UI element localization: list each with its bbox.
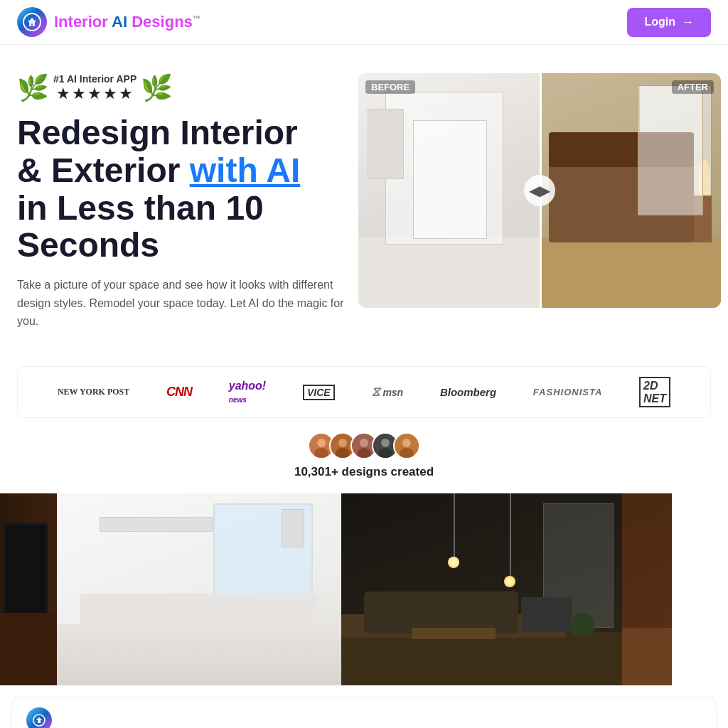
hero-heading: Redesign Interior & Exterior with AI in … (17, 114, 344, 264)
before-after-container: BEFORE ◀▶ AFT (358, 73, 721, 308)
media-vice: VICE (303, 385, 335, 400)
laurel-right: 🌿 (141, 73, 173, 103)
media-logos: NEW YORK POST CNN yahoo!news VICE ⧖ msn … (17, 366, 711, 418)
before-room-img (358, 73, 540, 308)
after-panel: AFTER (540, 73, 721, 308)
logo-icon (17, 7, 47, 37)
laurel-left: 🌿 (17, 73, 49, 103)
login-arrow: → (681, 15, 694, 30)
avatar-5 (393, 432, 420, 459)
media-fashionista: FASHIONISTA (533, 387, 602, 397)
hero-left: 🌿 #1 AI Interior APP ★★★★★ 🌿 Redesign In… (17, 73, 344, 345)
media-nyt: NEW YORK POST (58, 387, 129, 397)
gallery-item-2 (57, 493, 341, 685)
svg-point-15 (402, 439, 411, 447)
hero-right: BEFORE ◀▶ AFT (358, 73, 721, 308)
heading-line4: Seconds (17, 226, 159, 264)
header: Interior AI Designs™ Login → (0, 0, 728, 45)
heading-line2: & Exterior (17, 151, 190, 189)
gallery (0, 493, 728, 685)
media-yahoo: yahoo!news (229, 380, 266, 405)
gallery-item-1 (0, 493, 57, 685)
svg-point-12 (381, 439, 390, 447)
login-label: Login (644, 16, 675, 28)
designs-count: 10,301+ designs created (0, 465, 728, 479)
award-badge: 🌿 #1 AI Interior APP ★★★★★ 🌿 (17, 73, 344, 103)
media-zdnet: 2DNET (639, 377, 670, 407)
before-panel: BEFORE (358, 73, 540, 308)
before-label: BEFORE (365, 80, 415, 94)
svg-point-6 (338, 439, 347, 447)
hero-description: Take a picture of your space and see how… (17, 276, 344, 331)
avatars (0, 432, 728, 459)
bottom-bar (11, 697, 717, 728)
after-room-img (540, 73, 721, 308)
logo-area: Interior AI Designs™ (17, 7, 200, 37)
gallery-item-3 (341, 493, 622, 685)
heading-line1: Redesign Interior (17, 114, 298, 151)
bottom-icon (26, 707, 52, 728)
logo-text: Interior AI Designs™ (54, 13, 200, 31)
svg-point-9 (360, 439, 368, 447)
media-cnn: CNN (166, 385, 192, 400)
after-label: AFTER (672, 80, 714, 94)
media-msn: ⧖ msn (371, 385, 403, 400)
award-title: #1 AI Interior APP (53, 73, 136, 85)
svg-point-1 (31, 23, 33, 26)
drag-handle[interactable]: ◀▶ (524, 175, 555, 206)
award-center: #1 AI Interior APP ★★★★★ (53, 73, 136, 103)
media-bloomberg: Bloomberg (440, 386, 496, 398)
heading-with-ai: with AI (190, 151, 301, 189)
heading-line3: in Less than 10 (17, 189, 264, 227)
stars: ★★★★★ (53, 85, 136, 103)
svg-point-3 (317, 439, 326, 447)
gallery-item-4 (622, 493, 672, 685)
login-button[interactable]: Login → (627, 8, 711, 37)
hero-section: 🌿 #1 AI Interior APP ★★★★★ 🌿 Redesign In… (0, 45, 728, 359)
social-proof: 10,301+ designs created (0, 432, 728, 479)
